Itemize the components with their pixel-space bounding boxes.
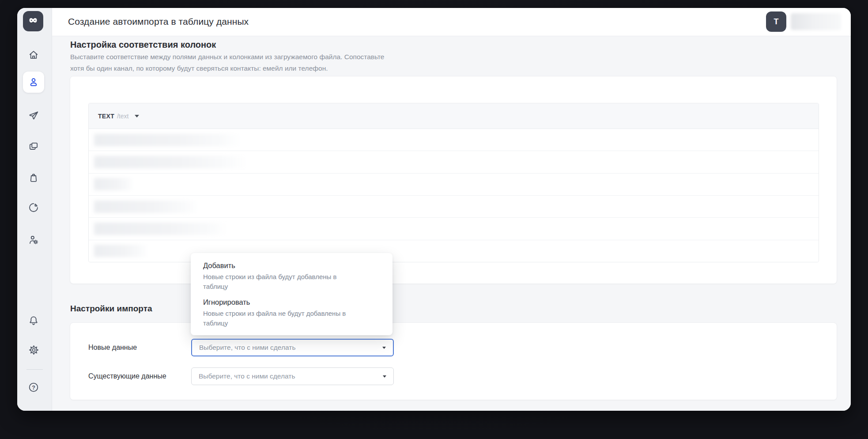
redacted-cell — [94, 245, 148, 257]
sidebar-item-settings[interactable] — [23, 339, 44, 360]
option-title: Игнорировать — [203, 298, 380, 307]
redacted-cell — [94, 178, 134, 190]
field-name-label: TEXT — [98, 113, 114, 120]
mapping-section-description: Выставите соответствие между полями данн… — [70, 51, 384, 74]
redacted-cell — [94, 134, 244, 146]
sidebar-item-campaigns[interactable] — [23, 105, 44, 126]
user-name-redacted — [791, 13, 841, 30]
import-settings-card: Новые данные Выберите, что с ними сделат… — [70, 322, 837, 400]
table-row — [89, 218, 819, 240]
sidebar-item-analytics[interactable] — [23, 197, 44, 218]
chevron-down-icon — [135, 115, 139, 117]
field-type-label: /text — [117, 113, 128, 120]
pie-chart-icon — [28, 202, 39, 213]
top-bar: Создание автоимпорта в таблицу данных T — [52, 8, 851, 36]
chevron-down-icon — [382, 347, 386, 349]
app-window: ? Создание автоимпорта в таблицу данных … — [17, 8, 851, 411]
option-ignore[interactable]: Игнорировать Новые строки из файла не бу… — [203, 298, 380, 328]
existing-data-select[interactable]: Выберите, что с ними сделать — [191, 367, 394, 385]
import-section-heading: Настройки импорта — [70, 304, 152, 314]
send-icon — [28, 110, 39, 121]
table-rows — [89, 129, 819, 262]
help-icon: ? — [28, 382, 39, 393]
option-description: Новые строки из файла не будут добавлены… — [203, 309, 380, 328]
table-row — [89, 151, 819, 173]
sidebar-item-user-settings[interactable] — [23, 229, 44, 250]
svg-text:?: ? — [32, 385, 35, 391]
copy-icon — [28, 141, 39, 152]
sidebar-item-home[interactable] — [23, 44, 44, 65]
bell-icon — [28, 315, 39, 326]
bag-icon — [28, 172, 39, 183]
sidebar-item-templates[interactable] — [23, 136, 44, 157]
table-row — [89, 129, 819, 151]
existing-data-label: Существующие данные — [88, 372, 166, 380]
user-menu[interactable]: T — [766, 11, 841, 32]
table-row — [89, 196, 819, 218]
app-logo[interactable] — [23, 11, 43, 31]
table-row — [89, 174, 819, 196]
column-field-dropdown[interactable]: TEXT /text — [89, 103, 819, 129]
knot-logo-icon — [27, 14, 39, 28]
column-mapping-card: TEXT /text — [70, 76, 837, 284]
page-title: Создание автоимпорта в таблицу данных — [68, 16, 249, 27]
column-table: TEXT /text — [88, 103, 819, 262]
sidebar-item-contacts[interactable] — [23, 72, 44, 93]
mapping-section-heading: Настройка соответствия колонок — [70, 40, 216, 50]
redacted-cell — [94, 201, 199, 213]
option-description: Новые строки из файла будут добавлены в … — [203, 272, 380, 291]
sidebar-divider — [26, 369, 43, 370]
gear-icon — [28, 344, 39, 356]
sidebar-item-shop[interactable] — [23, 167, 44, 188]
option-title: Добавить — [203, 261, 380, 270]
select-placeholder: Выберите, что с ними сделать — [199, 372, 383, 380]
new-data-select[interactable]: Выберите, что с ними сделать — [191, 339, 394, 356]
option-add[interactable]: Добавить Новые строки из файла будут доб… — [203, 261, 380, 291]
sidebar: ? — [17, 8, 52, 411]
redacted-cell — [94, 223, 228, 235]
new-data-label: Новые данные — [88, 344, 137, 352]
chevron-down-icon — [383, 375, 386, 378]
home-icon — [28, 49, 39, 61]
avatar-letter: T — [774, 17, 779, 26]
sidebar-item-help[interactable]: ? — [23, 377, 44, 398]
select-options-popup: Добавить Новые строки из файла будут доб… — [191, 253, 392, 335]
redacted-cell — [94, 156, 248, 168]
user-gear-icon — [28, 234, 39, 246]
desktop-background: ? Создание автоимпорта в таблицу данных … — [0, 0, 868, 439]
person-icon — [28, 76, 39, 88]
avatar: T — [766, 11, 786, 32]
sidebar-item-notifications[interactable] — [23, 310, 44, 331]
select-placeholder: Выберите, что с ними сделать — [199, 344, 382, 352]
main-content: Настройка соответствия колонок Выставите… — [52, 36, 851, 411]
